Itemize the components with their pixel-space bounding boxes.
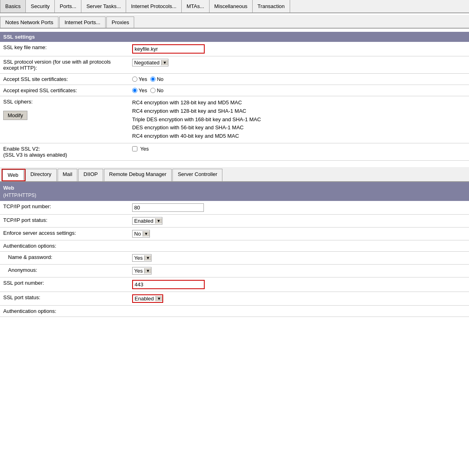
- web-tab-highlight: Web: [2, 169, 25, 181]
- sub-tab-bar: Notes Network Ports Internet Ports... Pr…: [0, 15, 469, 29]
- tab-security[interactable]: Security: [26, 0, 55, 12]
- tab-transaction[interactable]: Transaction: [253, 0, 290, 12]
- sub-tab-internet-ports[interactable]: Internet Ports...: [59, 17, 106, 28]
- enable-ssl-v2-yes-text: Yes: [140, 146, 149, 152]
- table-row: Authentication options:: [0, 306, 469, 317]
- inner-tab-web[interactable]: Web: [2, 170, 24, 180]
- accept-expired-yes-label[interactable]: Yes: [132, 87, 147, 93]
- sub-tab-notes-network-ports[interactable]: Notes Network Ports: [0, 17, 58, 28]
- tab-miscellaneous[interactable]: Miscellaneous: [210, 0, 253, 12]
- accept-expired-value: Yes No: [129, 85, 469, 96]
- accept-ssl-cert-yes-text: Yes: [139, 76, 147, 82]
- ssl-ciphers-label: SSL ciphers: Modify: [0, 96, 129, 143]
- table-row: SSL protocol version (for use with all p…: [0, 56, 469, 74]
- name-password-dropdown-arrow[interactable]: ▼: [144, 255, 151, 261]
- enforce-access-select-text: No: [133, 230, 143, 237]
- tab-mtas[interactable]: MTAs...: [182, 0, 210, 12]
- anonymous-dropdown-arrow[interactable]: ▼: [144, 268, 151, 273]
- table-row: Anonymous: Yes ▼: [0, 265, 469, 277]
- enforce-access-select-wrapper: No ▼: [132, 230, 150, 238]
- accept-expired-radios: Yes No: [132, 87, 466, 93]
- ssl-protocol-value: Negotiated ▼: [129, 56, 469, 74]
- table-row: TCP/IP port status: Enabled ▼: [0, 215, 469, 228]
- accept-ssl-cert-yes-label[interactable]: Yes: [132, 76, 147, 82]
- enable-ssl-v2-checkbox-label[interactable]: Yes: [132, 146, 466, 152]
- enable-ssl-v2-sublabel: (SSL V3 is always enabled): [3, 152, 126, 158]
- accept-ssl-cert-no-label[interactable]: No: [150, 76, 164, 82]
- accept-ssl-cert-no-radio[interactable]: [150, 77, 156, 82]
- table-row: SSL ciphers: Modify RC4 encryption with …: [0, 96, 469, 143]
- ssl-key-value: [129, 42, 469, 56]
- web-section-header: Web (HTTP/HTTPS): [0, 182, 469, 201]
- name-password-label: Name & password:: [0, 252, 129, 265]
- ssl-port-input[interactable]: [133, 281, 204, 288]
- table-row: Authentication options:: [0, 240, 469, 252]
- web-header-subtitle: (HTTP/HTTPS): [3, 192, 466, 199]
- accept-expired-yes-radio[interactable]: [132, 88, 137, 93]
- tcpip-status-select-wrapper: Enabled ▼: [132, 217, 162, 225]
- inner-tab-diiop[interactable]: DIIOP: [78, 169, 103, 181]
- ssl-protocol-dropdown-arrow[interactable]: ▼: [161, 60, 168, 65]
- ssl-port-label: SSL port number:: [0, 277, 129, 292]
- auth-options-bottom: Authentication options:: [0, 306, 469, 317]
- enable-ssl-v2-label: Enable SSL V2: (SSL V3 is always enabled…: [0, 143, 129, 160]
- name-password-select-wrapper: Yes ▼: [132, 254, 151, 262]
- cipher-item: RC4 encryption with 128-bit key and MD5 …: [132, 99, 466, 107]
- ssl-port-status-select-text: Enabled: [133, 295, 156, 302]
- name-password-value: Yes ▼: [129, 252, 469, 265]
- accept-ssl-cert-yes-radio[interactable]: [132, 77, 137, 82]
- tcpip-status-dropdown-arrow[interactable]: ▼: [155, 218, 162, 224]
- inner-tab-remote-debug[interactable]: Remote Debug Manager: [104, 169, 172, 181]
- accept-ssl-cert-value: Yes No: [129, 74, 469, 85]
- tcpip-status-label: TCP/IP port status:: [0, 215, 129, 228]
- accept-ssl-cert-radios: Yes No: [132, 76, 466, 82]
- accept-expired-no-text: No: [157, 87, 164, 93]
- ssl-ciphers-label-text: SSL ciphers:: [3, 99, 126, 105]
- tcpip-status-select-text: Enabled: [133, 217, 155, 224]
- enable-ssl-v2-label-text: Enable SSL V2:: [3, 146, 126, 152]
- web-section: Web (HTTP/HTTPS) TCP/IP port number: TCP…: [0, 182, 469, 317]
- accept-expired-no-radio[interactable]: [150, 88, 156, 93]
- table-row: SSL key file name:: [0, 42, 469, 56]
- ssl-key-label: SSL key file name:: [0, 42, 129, 56]
- ssl-ciphers-value: RC4 encryption with 128-bit key and MD5 …: [129, 96, 469, 143]
- cipher-item: DES encryption with 56-bit key and SHA-1…: [132, 124, 466, 132]
- name-password-select-text: Yes: [133, 255, 144, 261]
- enable-ssl-v2-checkbox[interactable]: [132, 146, 137, 151]
- ssl-key-input[interactable]: [133, 45, 204, 53]
- cipher-list: RC4 encryption with 128-bit key and MD5 …: [132, 99, 466, 141]
- accept-expired-no-label[interactable]: No: [150, 87, 164, 93]
- ssl-port-status-value: Enabled ▼: [129, 292, 469, 306]
- sub-tab-proxies[interactable]: Proxies: [106, 17, 134, 28]
- ssl-port-input-wrapper: [132, 280, 205, 289]
- table-row: SSL port number:: [0, 277, 469, 292]
- table-row: SSL port status: Enabled ▼: [0, 292, 469, 306]
- tab-basics[interactable]: Basics: [0, 0, 26, 12]
- tab-server-tasks[interactable]: Server Tasks...: [81, 0, 126, 12]
- table-row: Enable SSL V2: (SSL V3 is always enabled…: [0, 143, 469, 160]
- table-row: Name & password: Yes ▼: [0, 252, 469, 265]
- tab-internet-protocols[interactable]: Internet Protocols...: [126, 0, 182, 12]
- modify-button[interactable]: Modify: [3, 111, 27, 120]
- accept-ssl-cert-label: Accept SSL site certificates:: [0, 74, 129, 85]
- table-row: Accept expired SSL certificates: Yes No: [0, 85, 469, 96]
- inner-tab-server-controller[interactable]: Server Controller: [172, 169, 222, 181]
- inner-tab-directory[interactable]: Directory: [25, 169, 57, 181]
- tcpip-port-input[interactable]: [132, 203, 204, 212]
- enforce-access-dropdown-arrow[interactable]: ▼: [143, 231, 149, 236]
- tab-ports[interactable]: Ports...: [55, 0, 81, 12]
- ssl-port-status-highlight: Enabled ▼: [132, 294, 163, 303]
- inner-tab-mail[interactable]: Mail: [58, 169, 78, 181]
- anonymous-select-text: Yes: [133, 267, 144, 274]
- table-row: Accept SSL site certificates: Yes No: [0, 74, 469, 85]
- cipher-item: RC4 encryption with 128-bit key and SHA-…: [132, 107, 466, 116]
- anonymous-value: Yes ▼: [129, 265, 469, 277]
- ssl-port-status-select-wrapper: Enabled ▼: [133, 295, 162, 302]
- enforce-access-label: Enforce server access settings:: [0, 228, 129, 240]
- anonymous-select-wrapper: Yes ▼: [132, 267, 151, 275]
- ssl-port-status-dropdown-arrow[interactable]: ▼: [156, 296, 162, 301]
- anonymous-label: Anonymous:: [0, 265, 129, 277]
- ssl-protocol-select-text: Negotiated: [133, 59, 161, 66]
- ssl-protocol-label: SSL protocol version (for use with all p…: [0, 56, 129, 74]
- accept-ssl-cert-no-text: No: [157, 76, 164, 82]
